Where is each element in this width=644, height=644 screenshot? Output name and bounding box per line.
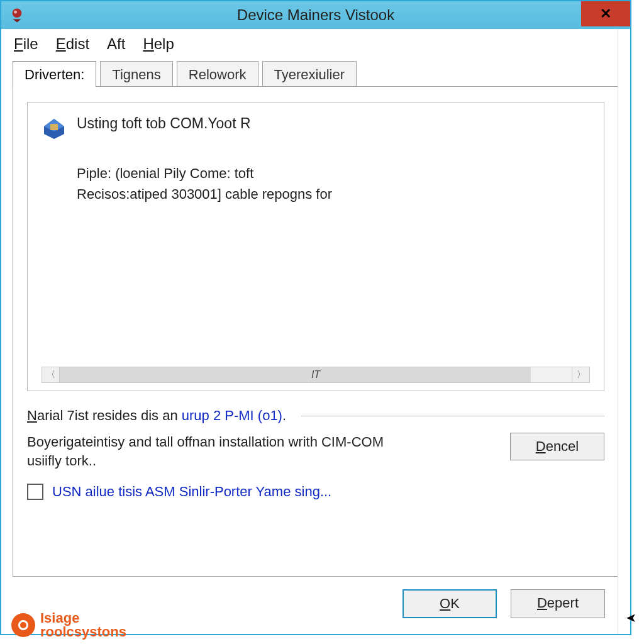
menu-aft[interactable]: Aft — [107, 35, 125, 53]
titlebar: Device Mainers Vistook ✕ — [1, 1, 630, 29]
svg-rect-4 — [50, 124, 58, 130]
horizontal-scrollbar[interactable]: 〈 IT 〉 — [42, 367, 590, 383]
svg-point-0 — [13, 8, 22, 18]
window-border-right — [618, 29, 630, 634]
ok-button[interactable]: OK — [402, 589, 497, 618]
device-piple-line: Piple: (loenial Pily Come: toft — [77, 163, 590, 184]
narial-line: Narial 7ist resides dis an urup 2 P-MI (… — [27, 408, 604, 424]
close-icon: ✕ — [600, 6, 611, 22]
scroll-thumb[interactable] — [60, 367, 531, 382]
below-area: Narial 7ist resides dis an urup 2 P-MI (… — [27, 408, 604, 500]
client-area: Driverten: Tignens Relowork Tyerexiulier… — [13, 60, 619, 618]
menu-edist[interactable]: Edist — [56, 35, 89, 53]
scroll-right-arrow-icon[interactable]: 〉 — [572, 367, 589, 382]
menu-help[interactable]: Help — [143, 35, 174, 53]
app-icon — [9, 7, 25, 23]
tab-driverten[interactable]: Driverten: — [13, 61, 96, 87]
separator-rule — [301, 416, 604, 416]
usn-link[interactable]: USN ailue tisis ASM Sinlir-Porter Yame s… — [52, 484, 331, 500]
device-recisos-line: Recisos:atiped 303001] cable repogns for — [77, 184, 590, 204]
boyer-row: Boyerigateintisy and tall offnan install… — [27, 433, 604, 470]
menubar: File Edist Aft Help — [1, 29, 630, 58]
tab-tignens[interactable]: Tignens — [100, 61, 172, 87]
tabpage-driverten: Usting toft tob COM.Yoot R Piple: (loeni… — [13, 86, 619, 577]
svg-point-1 — [14, 11, 17, 14]
menu-file[interactable]: File — [14, 35, 38, 53]
dencel-button[interactable]: Dencel — [510, 433, 604, 460]
window-title: Device Mainers Vistook — [1, 6, 630, 24]
watermark-icon — [11, 613, 35, 637]
dialog-window: Device Mainers Vistook ✕ File Edist Aft … — [0, 0, 631, 635]
boyer-description: Boyerigateintisy and tall offnan install… — [27, 433, 404, 470]
narial-link[interactable]: urup 2 P-MI (o1) — [182, 408, 282, 423]
tab-tyerexiulier[interactable]: Tyerexiulier — [262, 61, 357, 87]
device-details: Piple: (loenial Pily Come: toft Recisos:… — [77, 163, 590, 204]
depert-button[interactable]: Depert — [511, 589, 605, 618]
tabstrip: Driverten: Tignens Relowork Tyerexiulier — [13, 60, 619, 86]
close-button[interactable]: ✕ — [581, 1, 630, 26]
device-info-box: Usting toft tob COM.Yoot R Piple: (loeni… — [27, 102, 604, 391]
device-title: Usting toft tob COM.Yoot R — [77, 115, 251, 132]
scroll-left-arrow-icon[interactable]: 〈 — [42, 367, 60, 382]
scroll-track[interactable]: IT — [60, 367, 572, 382]
watermark-line1: Isiage — [40, 611, 126, 625]
watermark-line2: roolcsystons — [40, 625, 126, 639]
usn-checkbox[interactable] — [27, 484, 43, 500]
device-icon — [42, 115, 67, 140]
tab-relowork[interactable]: Relowork — [177, 61, 258, 87]
watermark: Isiage roolcsystons — [11, 611, 126, 639]
usn-row: USN ailue tisis ASM Sinlir-Porter Yame s… — [27, 484, 604, 500]
